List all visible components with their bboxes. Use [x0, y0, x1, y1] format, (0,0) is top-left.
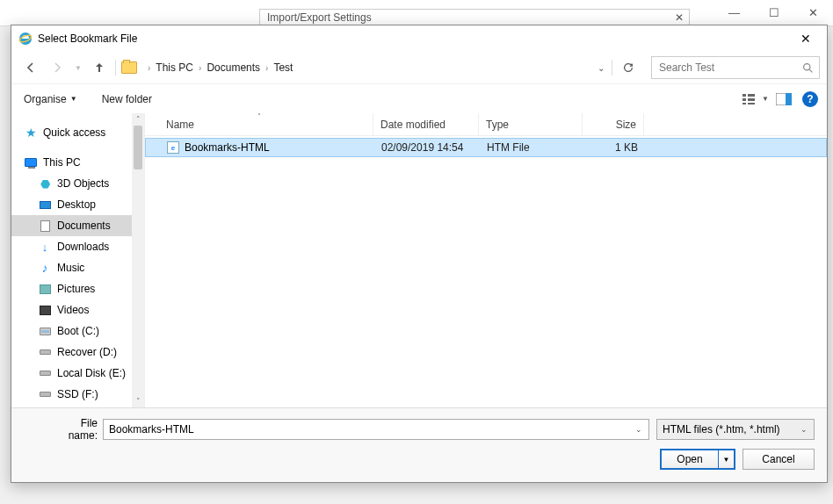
dialog-footer: File name: Bookmarks-HTML ⌄ HTML files (… — [11, 407, 827, 482]
drive-icon — [38, 324, 52, 338]
open-dropdown-icon[interactable]: ▼ — [718, 450, 734, 468]
sidebar-item-ssd-f[interactable]: SSD (F:) — [11, 384, 132, 405]
sidebar-item-recover-d[interactable]: Recover (D:) — [11, 342, 132, 363]
chevron-down-icon[interactable]: ⌄ — [631, 421, 647, 437]
chevron-down-icon[interactable]: ⌄ — [796, 421, 812, 437]
nav-separator — [115, 60, 116, 76]
sidebar-label: Videos — [57, 304, 89, 316]
sidebar-label: 3D Objects — [57, 177, 109, 190]
pictures-icon — [38, 282, 52, 296]
parent-minimize-button[interactable]: ― — [714, 0, 754, 25]
dialog-titlebar: Select Bookmark File ✕ — [11, 25, 827, 52]
pc-icon — [24, 155, 38, 169]
open-button[interactable]: Open ▼ — [660, 449, 735, 470]
file-list: Name ˄ Date modified Type Size e Bookmar… — [145, 113, 827, 407]
sort-ascending-icon: ˄ — [257, 112, 261, 120]
file-type: HTM File — [480, 141, 583, 154]
sidebar-item-quick-access[interactable]: ★ Quick access — [11, 122, 132, 143]
document-icon — [38, 219, 52, 233]
sidebar-item-this-pc[interactable]: This PC — [11, 152, 132, 173]
organise-label: Organise — [24, 93, 67, 105]
internet-explorer-icon — [18, 32, 33, 46]
chevron-down-icon[interactable]: ▼ — [762, 95, 769, 103]
music-icon: ♪ — [38, 261, 52, 275]
column-date[interactable]: Date modified — [373, 113, 479, 135]
column-type[interactable]: Type — [479, 113, 583, 135]
nav-separator — [612, 60, 612, 76]
nav-back-button[interactable] — [18, 55, 43, 80]
breadcrumb-test[interactable]: Test — [273, 61, 293, 74]
help-button[interactable]: ? — [802, 91, 818, 107]
breadcrumb-documents[interactable]: Documents — [206, 61, 260, 74]
videos-icon — [38, 303, 52, 317]
refresh-button[interactable] — [616, 55, 641, 80]
parent-maximize-button[interactable]: ☐ — [754, 0, 793, 25]
sidebar-label: This PC — [43, 156, 81, 169]
search-input[interactable] — [657, 61, 802, 75]
search-icon[interactable] — [802, 62, 814, 74]
new-folder-button[interactable]: New folder — [102, 93, 152, 105]
navigation-tree: ★ Quick access This PC ⬣ 3D Objects Desk… — [11, 113, 132, 407]
sidebar-item-videos[interactable]: Videos — [11, 299, 132, 320]
sidebar-item-3d-objects[interactable]: ⬣ 3D Objects — [11, 173, 132, 194]
sidebar-label: Recover (D:) — [57, 346, 117, 358]
sidebar-label: Music — [57, 262, 84, 274]
chevron-right-icon[interactable]: › — [265, 63, 268, 73]
svg-line-3 — [809, 69, 812, 72]
preview-pane-button[interactable] — [774, 90, 793, 109]
sidebar-item-desktop[interactable]: Desktop — [11, 194, 132, 215]
sidebar-item-pictures[interactable]: Pictures — [11, 278, 132, 299]
chevron-right-icon[interactable]: › — [148, 63, 150, 73]
scroll-up-icon[interactable]: ˄ — [132, 113, 144, 126]
sidebar-item-downloads[interactable]: ↓ Downloads — [11, 236, 132, 257]
disk-icon — [38, 345, 52, 359]
view-options-button[interactable] — [741, 90, 760, 109]
file-row[interactable]: e Bookmarks-HTML 02/09/2019 14:54 HTM Fi… — [145, 138, 827, 157]
file-name: Bookmarks-HTML — [185, 141, 270, 154]
dialog-close-button[interactable]: ✕ — [788, 26, 823, 51]
cancel-button[interactable]: Cancel — [742, 449, 815, 470]
toolbar: Organise ▼ New folder ▼ ? — [11, 83, 827, 113]
address-bar: ▼ › This PC › Documents › Test ⌄ — [11, 52, 827, 83]
sidebar-label: Documents — [57, 220, 111, 232]
file-size: 1 KB — [583, 141, 645, 154]
sidebar-label: Boot (C:) — [57, 325, 99, 337]
svg-rect-4 — [742, 94, 746, 97]
file-name-label: File name: — [24, 417, 98, 442]
chevron-right-icon[interactable]: › — [199, 63, 201, 73]
column-name[interactable]: Name ˄ — [145, 113, 373, 135]
disk-icon — [38, 387, 52, 401]
cube-icon: ⬣ — [38, 176, 52, 191]
folder-icon — [121, 61, 137, 74]
chevron-down-icon: ▼ — [70, 95, 77, 103]
file-name-input[interactable]: Bookmarks-HTML ⌄ — [103, 419, 649, 440]
nav-up-button[interactable] — [87, 55, 112, 80]
sidebar-label: SSD (F:) — [57, 388, 98, 400]
svg-rect-11 — [786, 93, 792, 105]
dialog-title: Select Bookmark File — [38, 32, 788, 45]
nav-forward-button[interactable] — [45, 55, 69, 80]
address-dropdown-icon[interactable]: ⌄ — [598, 63, 605, 73]
sidebar-item-local-disk-e[interactable]: Local Disk (E:) — [11, 363, 132, 384]
open-label: Open — [677, 453, 702, 465]
file-type-filter[interactable]: HTML files (*.htm, *.html) ⌄ — [656, 419, 815, 440]
scroll-down-icon[interactable]: ˅ — [132, 395, 144, 407]
sidebar-scrollbar[interactable]: ˄ ˅ — [132, 113, 144, 407]
svg-point-2 — [804, 63, 810, 69]
sidebar-item-documents[interactable]: Documents — [11, 215, 132, 236]
file-date: 02/09/2019 14:54 — [374, 141, 480, 154]
sidebar-item-boot-c[interactable]: Boot (C:) — [11, 320, 132, 342]
background-dialog-close-icon[interactable]: ✕ — [675, 11, 684, 24]
cancel-label: Cancel — [762, 453, 794, 465]
column-size[interactable]: Size — [583, 113, 644, 135]
nav-recent-dropdown[interactable]: ▼ — [71, 55, 85, 80]
background-dialog-title-text: Import/Export Settings — [267, 11, 372, 24]
parent-close-button[interactable]: ✕ — [793, 0, 833, 25]
scroll-thumb[interactable] — [134, 126, 142, 169]
download-icon: ↓ — [38, 240, 52, 254]
sidebar-label: Desktop — [57, 198, 96, 211]
breadcrumb-this-pc[interactable]: This PC — [156, 61, 193, 74]
sidebar-item-music[interactable]: ♪ Music — [11, 257, 132, 278]
organise-menu[interactable]: Organise ▼ — [24, 93, 77, 105]
search-box[interactable] — [651, 56, 820, 79]
